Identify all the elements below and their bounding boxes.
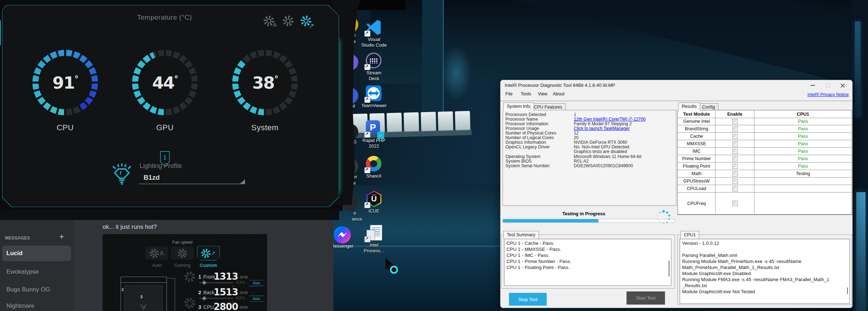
mode-label-gaming[interactable]: Gaming xyxy=(170,263,195,268)
window-gap-band xyxy=(0,209,339,220)
fan-slider-knob[interactable] xyxy=(202,280,207,285)
desktop-icon-sharex[interactable]: ShareX xyxy=(354,156,394,179)
conversation-nightmare[interactable]: Nightmare xyxy=(2,298,71,311)
processor-name-link[interactable]: 12th Gen Intel(R) Core(TM) i7-12700 xyxy=(574,117,646,122)
desktop-icon-vscode[interactable]: VisualStudio Code xyxy=(354,19,394,48)
intel-diagnostic-window: Intel® Processor Diagnostic Tool 64Bit 4… xyxy=(500,80,853,308)
tab-cpu1[interactable]: CPU1 xyxy=(680,231,699,239)
fan-mode-custom-button[interactable] xyxy=(197,246,220,260)
shortcut-arrow-icon xyxy=(364,202,370,208)
menu-tools[interactable]: Tools xyxy=(521,91,531,96)
fan-icon xyxy=(184,298,195,309)
tab-results[interactable]: Results xyxy=(678,102,700,110)
stop-test-button[interactable]: Stop Test xyxy=(509,293,547,306)
menu-file[interactable]: File xyxy=(505,91,513,96)
window-title: Intel® Processor Diagnostic Tool 64Bit 4… xyxy=(505,83,615,88)
fan-auto-toggle[interactable]: Auto xyxy=(248,296,265,302)
privacy-notice-link[interactable]: Intel® Privacy Notice xyxy=(807,92,849,97)
desktop-screen: e e d G er e e ience Messenger VisualStu… xyxy=(0,0,868,311)
background-pillar xyxy=(422,0,444,123)
fan-speed-embed[interactable]: Fan speed A Auto Gaming Custom 1Front 13… xyxy=(103,234,267,311)
test-summary-list[interactable]: CPU 1 - Cache - Pass. CPU 1 - MMXSSE - P… xyxy=(504,239,671,286)
progress-fill xyxy=(503,219,598,222)
loading-spinner-icon xyxy=(656,210,671,225)
custom-fan-mode-icon[interactable] xyxy=(301,16,311,26)
cpu1-log-list[interactable]: Version - 1.0.0.12 Parsing Parallel_Math… xyxy=(680,239,850,304)
enable-checkbox[interactable] xyxy=(716,163,754,170)
tab-config[interactable]: Config xyxy=(698,103,718,110)
fan-speed-title: Fan speed xyxy=(103,240,262,245)
maximize-button[interactable] xyxy=(822,81,834,89)
result-cell xyxy=(754,193,852,215)
enable-checkbox[interactable] xyxy=(716,178,754,185)
shortcut-arrow-icon xyxy=(364,236,370,242)
enable-checkbox[interactable] xyxy=(716,148,754,155)
shortcut-arrow-icon xyxy=(364,31,370,37)
fan-mode-gaming-button[interactable] xyxy=(171,247,194,260)
result-cell: Testing xyxy=(754,170,852,178)
scrollbar-thumb[interactable] xyxy=(847,288,848,294)
enable-checkbox[interactable] xyxy=(716,140,754,148)
close-button[interactable] xyxy=(837,81,849,89)
conversation-ewokalypse[interactable]: Ewokalypse xyxy=(2,264,71,280)
result-cell xyxy=(754,178,852,185)
shortcut-arrow-icon xyxy=(364,97,370,103)
tab-cpu-features[interactable]: CPU Features xyxy=(530,103,566,110)
fan-mode-auto-button[interactable]: A xyxy=(145,247,168,260)
predator-logo xyxy=(140,304,147,311)
enable-checkbox[interactable] xyxy=(716,125,754,133)
messenger-icon xyxy=(334,226,351,243)
auto-fan-mode-icon[interactable]: A xyxy=(264,16,274,26)
panel-edge-accent xyxy=(0,20,1,45)
shortcut-arrow-icon xyxy=(364,64,370,70)
menu-about[interactable]: About xyxy=(553,91,565,96)
result-cell: Pass xyxy=(754,133,852,140)
result-cell: Pass xyxy=(754,163,852,170)
dropdown-arrow-icon[interactable] xyxy=(240,179,245,184)
desktop-icon-teamviewer[interactable]: TeamViewer xyxy=(354,85,394,109)
result-cell: Pass xyxy=(754,155,852,163)
panel-title: Temperature (°C) xyxy=(2,14,327,21)
fan-icon xyxy=(184,272,195,282)
fan-percent: 60% xyxy=(236,280,245,285)
result-cell xyxy=(754,185,852,193)
desktop-icon-rapidphp[interactable]: P ← Rapid PHP2022 xyxy=(354,120,394,149)
chat-message: ok... it just runs hot? xyxy=(103,223,157,231)
conversation-lucid[interactable]: Lucid xyxy=(2,246,71,261)
tab-system-info[interactable]: System Info xyxy=(503,102,534,110)
gaming-fan-mode-icon[interactable] xyxy=(283,16,293,26)
fan-rpm-value: 1313 xyxy=(207,271,238,282)
enable-checkbox[interactable] xyxy=(716,185,754,193)
enable-checkbox[interactable] xyxy=(716,155,754,163)
task-manager-link[interactable]: Click to launch TaskManager xyxy=(574,126,630,131)
result-cell: Pass xyxy=(754,148,852,155)
minimize-button[interactable] xyxy=(807,81,819,89)
gpu-temperature-gauge: 44° xyxy=(132,50,198,115)
system-temperature-gauge: 38° xyxy=(232,50,298,115)
scrollbar-thumb[interactable] xyxy=(669,260,670,276)
start-test-button[interactable]: Start Test xyxy=(627,291,665,305)
fan-rpm-value: 1513 xyxy=(207,287,238,297)
fan-auto-toggle[interactable]: Auto xyxy=(248,280,265,286)
predator-temperature-panel: Temperature (°C) A 91° 44° 3 xyxy=(2,4,339,209)
desktop-icon-icue[interactable]: iCUE xyxy=(354,191,394,214)
messages-window: MESSAGES + Lucid Ewokalypse Bugs Bunny O… xyxy=(0,220,333,311)
mode-label-auto[interactable]: Auto xyxy=(144,263,169,268)
add-conversation-button[interactable]: + xyxy=(59,232,64,242)
tab-test-summary[interactable]: Test Summary xyxy=(503,231,539,239)
desktop-icon-streamdeck[interactable]: StreamDeck xyxy=(354,53,394,81)
fan-slider-knob[interactable] xyxy=(202,296,207,301)
pc-case-side xyxy=(166,278,175,311)
mode-label-custom[interactable]: Custom xyxy=(196,263,221,268)
shortcut-arrow-icon xyxy=(364,167,370,173)
enable-checkbox[interactable] xyxy=(716,133,754,140)
enable-checkbox[interactable] xyxy=(716,170,754,178)
gauge-label-system: System xyxy=(232,123,298,132)
lighting-profile-value[interactable]: B1zd xyxy=(144,174,160,181)
desktop-icon-messenger[interactable]: Messenger xyxy=(334,226,354,249)
enable-checkbox[interactable] xyxy=(716,118,754,125)
conversation-bugs-bunny[interactable]: Bugs Bunny OG xyxy=(2,282,71,297)
enable-checkbox[interactable] xyxy=(716,193,754,215)
desktop-icon-intel-diag[interactable]: IntelProcess... xyxy=(354,225,394,254)
menu-view[interactable]: View xyxy=(538,91,547,96)
